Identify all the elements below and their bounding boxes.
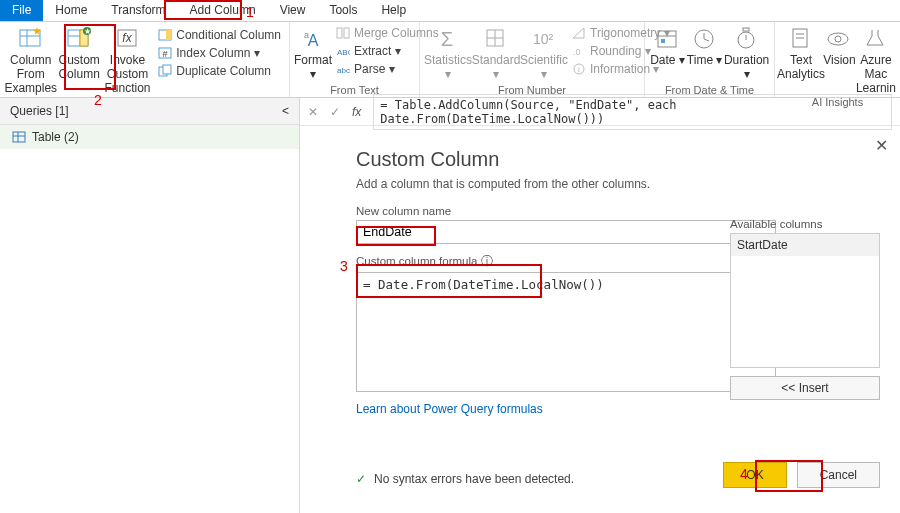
btn-label: Custom Column bbox=[58, 54, 101, 82]
formula-bar-input[interactable]: = Table.AddColumn(Source, "EndDate", eac… bbox=[373, 94, 892, 130]
btn-label: Azure Mac Learnin bbox=[856, 54, 896, 95]
svg-rect-17 bbox=[163, 65, 171, 74]
statistics-button[interactable]: Σ Statistics ▾ bbox=[424, 24, 472, 82]
stopwatch-icon bbox=[734, 26, 760, 52]
time-button[interactable]: Time ▾ bbox=[686, 24, 723, 68]
btn-label: Statistics ▾ bbox=[424, 54, 472, 82]
vision-button[interactable]: Vision bbox=[823, 24, 856, 68]
invoke-custom-function-button[interactable]: fx Invoke Custom Function bbox=[101, 24, 155, 95]
svg-text:#: # bbox=[163, 49, 168, 59]
btn-label: Standard ▾ bbox=[472, 54, 521, 82]
index-icon: # bbox=[158, 46, 172, 60]
label: Index Column ▾ bbox=[176, 46, 259, 60]
label: Conditional Column bbox=[176, 28, 281, 42]
new-column-name-input[interactable] bbox=[356, 220, 776, 244]
ok-button[interactable]: OK bbox=[723, 462, 786, 488]
tab-home[interactable]: Home bbox=[43, 0, 99, 21]
svg-rect-13 bbox=[166, 30, 171, 40]
azure-ml-button[interactable]: Azure Mac Learnin bbox=[856, 24, 896, 95]
text-analytics-button[interactable]: Text Analytics bbox=[779, 24, 823, 82]
merge-icon bbox=[336, 26, 350, 40]
svg-rect-21 bbox=[344, 28, 349, 38]
flask-icon bbox=[863, 26, 889, 52]
svg-rect-33 bbox=[658, 31, 676, 47]
commit-formula-icon[interactable]: ✓ bbox=[330, 105, 340, 119]
format-icon: Aa bbox=[300, 26, 326, 52]
conditional-column-button[interactable]: Conditional Column bbox=[154, 26, 285, 44]
sigma-icon: Σ bbox=[435, 26, 461, 52]
svg-rect-35 bbox=[661, 39, 665, 43]
svg-text:A: A bbox=[308, 32, 319, 49]
clock-icon bbox=[692, 26, 718, 52]
btn-label: Duration ▾ bbox=[723, 54, 770, 82]
duration-button[interactable]: Duration ▾ bbox=[723, 24, 770, 82]
table-icon bbox=[12, 130, 26, 144]
tab-tools[interactable]: Tools bbox=[317, 0, 369, 21]
conditional-icon bbox=[158, 28, 172, 42]
svg-text:.0: .0 bbox=[573, 47, 581, 57]
doc-icon bbox=[788, 26, 814, 52]
label: Duplicate Column bbox=[176, 64, 271, 78]
query-item[interactable]: Table (2) bbox=[0, 125, 299, 149]
info-icon: i bbox=[572, 62, 586, 76]
collapse-icon[interactable]: < bbox=[282, 104, 289, 118]
duplicate-icon bbox=[158, 64, 172, 78]
svg-text:ABC: ABC bbox=[337, 48, 350, 57]
btn-label: Date ▾ bbox=[650, 54, 685, 68]
cancel-button[interactable]: Cancel bbox=[797, 462, 880, 488]
custom-formula-input[interactable]: = Date.From(DateTime.LocalNow()) bbox=[356, 272, 776, 392]
calendar-icon bbox=[655, 26, 681, 52]
query-label: Table (2) bbox=[32, 130, 79, 144]
custom-column-dialog: ✕ Custom Column Add a column that is com… bbox=[338, 130, 898, 500]
queries-header: Queries [1] bbox=[10, 104, 69, 118]
tab-add-column[interactable]: Add Column bbox=[178, 0, 268, 21]
syntax-status: ✓ No syntax errors have been detected. bbox=[356, 472, 574, 486]
svg-text:10²: 10² bbox=[533, 31, 554, 47]
rounding-icon: .0 bbox=[572, 44, 586, 58]
scientific-button[interactable]: 10² Scientific ▾ bbox=[520, 24, 568, 82]
btn-label: Time ▾ bbox=[687, 54, 723, 68]
svg-marker-29 bbox=[573, 28, 584, 38]
svg-text:a: a bbox=[304, 30, 309, 40]
insert-button[interactable]: << Insert bbox=[730, 376, 880, 400]
ribbon: Column From Examples ▾ ★ Custom Column f… bbox=[0, 22, 900, 98]
svg-point-45 bbox=[828, 33, 848, 45]
svg-point-46 bbox=[835, 36, 841, 42]
svg-rect-47 bbox=[13, 132, 25, 142]
tab-file[interactable]: File bbox=[0, 0, 43, 21]
svg-line-38 bbox=[704, 39, 709, 41]
btn-label: Format ▾ bbox=[294, 54, 332, 82]
label: Parse ▾ bbox=[354, 62, 395, 76]
btn-label: Scientific ▾ bbox=[520, 54, 568, 82]
tab-transform[interactable]: Transform bbox=[99, 0, 177, 21]
svg-text:fx: fx bbox=[122, 31, 132, 45]
queries-pane: Queries [1] < Table (2) bbox=[0, 98, 300, 513]
available-columns-list[interactable]: StartDate bbox=[730, 233, 880, 368]
close-icon[interactable]: ✕ bbox=[875, 136, 888, 155]
annotation-2: 2 bbox=[94, 92, 102, 108]
column-from-examples-button[interactable]: Column From Examples ▾ bbox=[4, 24, 58, 109]
svg-rect-40 bbox=[743, 28, 749, 31]
cancel-formula-icon[interactable]: ✕ bbox=[308, 105, 318, 119]
label: Rounding ▾ bbox=[590, 44, 651, 58]
menu-bar: File Home Transform Add Column View Tool… bbox=[0, 0, 900, 22]
available-column-item[interactable]: StartDate bbox=[731, 234, 879, 256]
tab-help[interactable]: Help bbox=[369, 0, 418, 21]
learn-link[interactable]: Learn about Power Query formulas bbox=[356, 402, 543, 416]
svg-text:i: i bbox=[578, 65, 580, 74]
table-star-icon bbox=[18, 26, 44, 52]
check-icon: ✓ bbox=[356, 472, 366, 486]
svg-text:Σ: Σ bbox=[441, 28, 453, 50]
format-button[interactable]: Aa Format ▾ bbox=[294, 24, 332, 82]
custom-column-button[interactable]: ★ Custom Column bbox=[58, 24, 101, 82]
annotation-1: 1 bbox=[246, 4, 254, 20]
date-button[interactable]: Date ▾ bbox=[649, 24, 686, 68]
index-column-button[interactable]: # Index Column ▾ bbox=[154, 44, 285, 62]
duplicate-column-button[interactable]: Duplicate Column bbox=[154, 62, 285, 80]
svg-text:abc: abc bbox=[337, 66, 350, 75]
available-columns-label: Available columns bbox=[730, 218, 880, 230]
fx-label: fx bbox=[352, 105, 361, 119]
svg-rect-20 bbox=[337, 28, 342, 38]
tab-view[interactable]: View bbox=[268, 0, 318, 21]
standard-button[interactable]: Standard ▾ bbox=[472, 24, 520, 82]
